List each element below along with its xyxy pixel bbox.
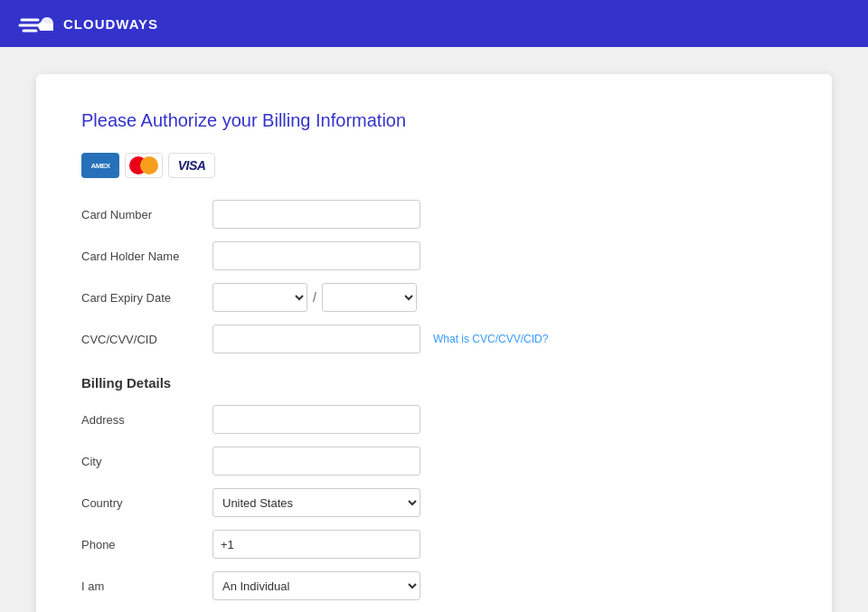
header-title: CLOUDWAYS — [63, 16, 158, 32]
main-content: Please Authorize your Billing Informatio… — [0, 47, 868, 612]
address-label: Address — [81, 413, 212, 427]
country-label: Country — [81, 496, 212, 510]
phone-row: Phone — [81, 530, 787, 559]
billing-card: Please Authorize your Billing Informatio… — [36, 74, 832, 612]
cvc-label: CVC/CVV/CID — [81, 333, 212, 346]
expiry-label: Card Expiry Date — [81, 291, 212, 305]
card-number-label: Card Number — [81, 208, 212, 221]
card-number-row: Card Number — [81, 200, 787, 229]
card-brands: AMEX VISA — [81, 153, 787, 178]
expiry-month-select[interactable]: 010203 040506 070809 101112 — [212, 283, 307, 312]
city-label: City — [81, 455, 212, 468]
visa-icon: VISA — [168, 153, 215, 178]
country-row: Country United States United Kingdom Can… — [81, 488, 787, 517]
logo: CLOUDWAYS — [18, 11, 158, 36]
page-title: Please Authorize your Billing Informatio… — [81, 110, 787, 131]
amex-icon: AMEX — [81, 153, 119, 178]
address-input[interactable] — [212, 405, 420, 434]
billing-section-title: Billing Details — [81, 375, 787, 391]
cvc-container: What is CVC/CVV/CID? — [212, 325, 548, 353]
cvc-input[interactable] — [212, 325, 420, 353]
phone-label: Phone — [81, 538, 212, 551]
mastercard-icon — [125, 153, 163, 178]
card-holder-input[interactable] — [212, 241, 420, 270]
address-row: Address — [81, 405, 787, 434]
header: CLOUDWAYS — [0, 0, 868, 47]
i-am-select[interactable]: An Individual A Business — [212, 571, 420, 600]
cvc-help-link[interactable]: What is CVC/CVV/CID? — [433, 333, 548, 345]
card-holder-label: Card Holder Name — [81, 250, 212, 263]
i-am-row: I am An Individual A Business — [81, 571, 787, 600]
cvc-row: CVC/CVV/CID What is CVC/CVV/CID? — [81, 325, 787, 353]
city-input[interactable] — [212, 447, 420, 475]
country-select[interactable]: United States United Kingdom Canada Aust… — [212, 488, 420, 517]
card-number-input[interactable] — [212, 200, 420, 229]
city-row: City — [81, 447, 787, 475]
expiry-year-select[interactable]: 202420252026 202720282029 203020312032 — [322, 283, 417, 312]
card-holder-row: Card Holder Name — [81, 241, 787, 270]
svg-rect-6 — [40, 24, 53, 31]
i-am-label: I am — [81, 579, 212, 593]
phone-input[interactable] — [212, 530, 420, 559]
expiry-row: Card Expiry Date 010203 040506 070809 10… — [81, 283, 787, 312]
cloudways-logo-icon — [18, 11, 54, 36]
expiry-container: 010203 040506 070809 101112 / 2024202520… — [212, 283, 417, 312]
expiry-divider: / — [313, 290, 316, 305]
